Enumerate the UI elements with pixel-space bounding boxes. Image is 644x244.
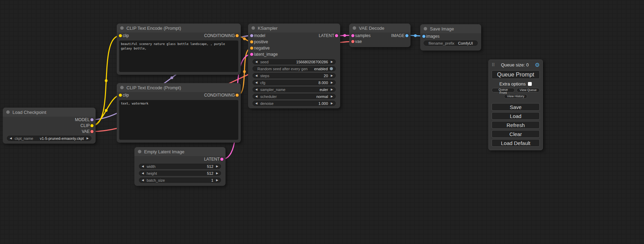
node-title-bar[interactable]: VAE Decode — [349, 24, 411, 33]
combo-next-arrow-icon[interactable]: ▶ — [331, 95, 333, 98]
collapse-dot-icon[interactable] — [6, 110, 10, 114]
link-midpoint-dot[interactable] — [414, 34, 417, 37]
input-dot-model[interactable] — [250, 34, 253, 37]
link-midpoint-dot[interactable] — [243, 70, 246, 73]
node-title-bar[interactable]: CLIP Text Encode (Prompt) — [117, 24, 241, 33]
height-number-widget[interactable]: ◀ height 512 ▶ — [139, 171, 221, 176]
node-title-bar[interactable]: Save Image — [420, 24, 481, 33]
link-midpoint-dot[interactable] — [243, 37, 246, 40]
output-slot-row: MODEL — [3, 117, 96, 123]
node-ksampler[interactable]: KSampler model LATENT positive negative … — [248, 24, 340, 108]
node-title-bar[interactable]: CLIP Text Encode (Prompt) — [117, 83, 241, 92]
decrement-arrow-icon[interactable]: ◀ — [142, 179, 144, 182]
increment-arrow-icon[interactable]: ▶ — [331, 81, 333, 84]
decrement-arrow-icon[interactable]: ◀ — [255, 61, 257, 63]
output-dot-latent[interactable] — [220, 157, 223, 161]
increment-arrow-icon[interactable]: ▶ — [216, 179, 218, 182]
link-midpoint-dot[interactable] — [170, 76, 173, 79]
combo-prev-arrow-icon[interactable]: ◀ — [10, 137, 12, 140]
combo-prev-arrow-icon[interactable]: ◀ — [255, 95, 257, 98]
node-title-bar[interactable]: Load Checkpoint — [3, 108, 96, 117]
batch-size-number-widget[interactable]: ◀ batch_size 1 ▶ — [139, 178, 221, 183]
output-dot-conditioning[interactable] — [236, 34, 239, 37]
input-dot-positive[interactable] — [250, 40, 253, 44]
collapse-dot-icon[interactable] — [120, 86, 124, 89]
node-save-image[interactable]: Save Image images filename_prefix ComfyU… — [420, 24, 481, 51]
refresh-button[interactable]: Refresh — [492, 121, 540, 129]
combo-prev-arrow-icon[interactable]: ◀ — [255, 88, 257, 91]
increment-arrow-icon[interactable]: ▶ — [216, 172, 218, 175]
width-number-widget[interactable]: ◀ width 512 ▶ — [139, 164, 221, 169]
settings-gear-icon[interactable]: ⚙ — [535, 62, 540, 68]
queue-prompt-button[interactable]: Queue Prompt — [492, 70, 540, 79]
sampler-name-combo-widget[interactable]: ◀ sampler_name euler ▶ — [253, 87, 336, 92]
load-default-button[interactable]: Load Default — [492, 139, 540, 147]
view-history-button[interactable]: View History — [504, 94, 528, 99]
link-midpoint-dot[interactable] — [343, 34, 346, 37]
decrement-arrow-icon[interactable]: ◀ — [142, 165, 144, 168]
node-empty-latent-image[interactable]: Empty Latent Image LATENT ◀ width 512 ▶ … — [134, 147, 226, 186]
collapse-dot-icon[interactable] — [424, 27, 427, 30]
output-dot-model[interactable] — [90, 118, 94, 121]
queue-front-button[interactable]: Queue Front — [492, 88, 515, 92]
cfg-number-widget[interactable]: ◀ cfg 8.000 ▶ — [253, 80, 336, 85]
collapse-dot-icon[interactable] — [120, 26, 124, 30]
input-dot-latent-image[interactable] — [250, 53, 253, 56]
clear-button[interactable]: Clear — [492, 130, 540, 138]
increment-arrow-icon[interactable]: ▶ — [216, 165, 218, 168]
output-dot-image[interactable] — [405, 34, 408, 37]
input-slot-row: negative — [248, 45, 340, 51]
prompt-textarea[interactable]: beautiful scenery nature glass bottle la… — [119, 40, 238, 72]
collapse-dot-icon[interactable] — [138, 150, 141, 153]
input-dot-clip[interactable] — [119, 93, 122, 97]
node-vae-decode[interactable]: VAE Decode samples IMAGE vae — [349, 24, 411, 47]
scheduler-combo-widget[interactable]: ◀ scheduler normal ▶ — [253, 94, 336, 99]
seed-number-widget[interactable]: ◀ seed 156680208700286 ▶ — [253, 59, 336, 64]
ckpt-name-combo-widget[interactable]: ◀ ckpt_name v1-5-pruned-emaonly.ckpt ▶ — [7, 136, 91, 141]
denoise-number-widget[interactable]: ◀ denoise 1.000 ▶ — [253, 101, 336, 106]
input-dot-negative[interactable] — [250, 47, 253, 50]
node-graph-canvas[interactable]: Load Checkpoint MODEL CLIP VAE ◀ ckpt_na… — [0, 0, 644, 244]
input-dot-vae[interactable] — [351, 40, 354, 43]
decrement-arrow-icon[interactable]: ◀ — [255, 102, 257, 105]
node-title-bar[interactable]: Empty Latent Image — [134, 147, 226, 156]
slot-label: IMAGE — [391, 33, 405, 38]
load-button[interactable]: Load — [492, 112, 540, 120]
link-midpoint-dot[interactable] — [105, 79, 108, 82]
node-clip-text-encode-negative[interactable]: CLIP Text Encode (Prompt) clip CONDITION… — [117, 83, 241, 143]
view-queue-button[interactable]: View Queue — [517, 88, 540, 92]
input-dot-images[interactable] — [422, 35, 425, 38]
prompt-textarea[interactable]: text, watermark — [119, 100, 238, 140]
input-dot-samples[interactable] — [351, 34, 354, 37]
output-dot-clip[interactable] — [90, 124, 94, 127]
toggle-knob-icon[interactable] — [330, 67, 333, 70]
queue-size-label: Queue size: 0 — [495, 62, 535, 67]
extra-options-checkbox[interactable] — [528, 82, 532, 86]
collapse-dot-icon[interactable] — [252, 26, 255, 30]
decrement-arrow-icon[interactable]: ◀ — [255, 74, 257, 77]
output-dot-conditioning[interactable] — [236, 93, 239, 97]
slot-label: model — [254, 33, 265, 38]
decrement-arrow-icon[interactable]: ◀ — [255, 81, 257, 84]
increment-arrow-icon[interactable]: ▶ — [331, 102, 333, 105]
save-button[interactable]: Save — [492, 103, 540, 111]
combo-next-arrow-icon[interactable]: ▶ — [87, 137, 89, 140]
widget-value: ComfyUI — [458, 41, 473, 45]
increment-arrow-icon[interactable]: ▶ — [331, 74, 333, 77]
random-seed-toggle-widget[interactable]: Random seed after every gen enabled — [253, 66, 336, 71]
node-load-checkpoint[interactable]: Load Checkpoint MODEL CLIP VAE ◀ ckpt_na… — [3, 108, 96, 144]
increment-arrow-icon[interactable]: ▶ — [331, 61, 333, 63]
history-row: View History — [492, 94, 540, 99]
collapse-dot-icon[interactable] — [353, 26, 356, 30]
node-title-bar[interactable]: KSampler — [248, 24, 340, 33]
drag-handle-icon[interactable]: ⠿ — [492, 62, 495, 67]
combo-next-arrow-icon[interactable]: ▶ — [331, 88, 333, 91]
filename-prefix-text-widget[interactable]: filename_prefix ComfyUI — [424, 40, 478, 46]
node-clip-text-encode-positive[interactable]: CLIP Text Encode (Prompt) clip CONDITION… — [117, 24, 241, 75]
decrement-arrow-icon[interactable]: ◀ — [142, 172, 144, 175]
output-dot-vae[interactable] — [90, 130, 94, 133]
link-midpoint-dot[interactable] — [105, 109, 108, 112]
output-dot-latent[interactable] — [335, 34, 338, 37]
input-dot-clip[interactable] — [119, 34, 122, 37]
steps-number-widget[interactable]: ◀ steps 20 ▶ — [253, 73, 336, 78]
